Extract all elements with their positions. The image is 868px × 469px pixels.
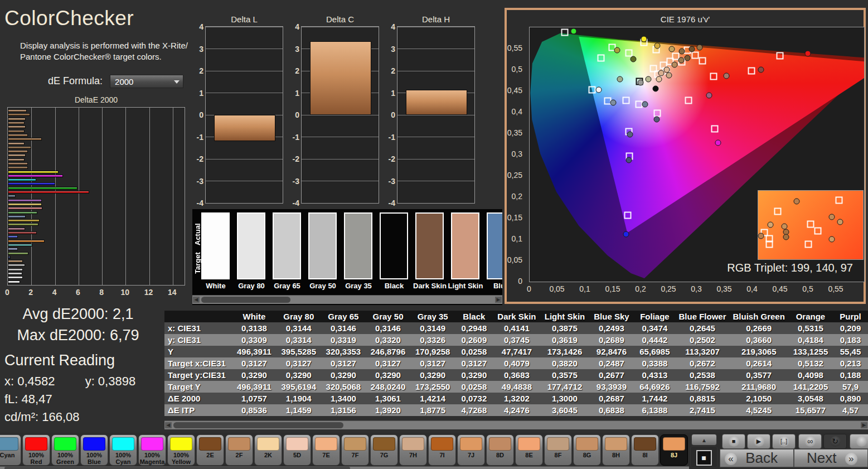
patch-label: 7J [458,452,484,458]
patch-button-2f[interactable]: 2F [225,434,253,466]
swatch-scroll-thumb[interactable] [201,297,290,303]
inset-target-square [814,227,822,234]
table-cell: 4,2476 [493,404,540,416]
back-button[interactable]: « Back [720,449,794,467]
patch-button-2k[interactable]: 2K [254,434,282,466]
table-cell: 173,2550 [410,381,455,393]
table-cell: 0,0258 [455,381,493,393]
patch-label: 8G [574,452,600,458]
table-cell: 496,3911 [232,381,277,393]
patch-button-100-green[interactable]: 100% Green [51,434,79,466]
measured-circle-marker [646,76,652,83]
scroll-left-icon[interactable]: ◀ [165,422,172,428]
patch-button-100-magenta[interactable]: 100% Magenta [138,434,166,466]
cie-x-tick: 0,4 [746,284,757,293]
table-row-label: Y [164,346,232,357]
patch-button-8j[interactable]: 8J [660,434,688,466]
scroll-right-icon[interactable]: ▶ [861,422,867,428]
bottom-scrollbar[interactable] [0,466,689,469]
table-scroll-thumb[interactable] [173,422,343,428]
patch-button-100-red[interactable]: 100% Red [22,434,50,466]
measured-circle-marker [623,231,629,237]
patch-button-7j[interactable]: 7J [457,434,485,466]
max-de2000: Max dE2000: 6,79 [0,327,156,344]
table-cell: 0,2502 [676,334,730,346]
scroll-up-button[interactable]: ▲ [691,434,717,446]
patch-button-8e[interactable]: 8E [515,434,543,466]
table-cell: 0,3290 [366,369,410,381]
patch-button-7e[interactable]: 7E [312,434,340,466]
de-formula-dropdown[interactable]: 2000 [110,75,183,88]
measured-circle-marker [631,56,637,62]
table-cell: 0,3127 [410,357,455,369]
patch-button-8h[interactable]: 8H [602,434,630,466]
refresh-button[interactable]: ↻ [823,434,847,449]
current-reading-title: Current Reading [4,352,115,369]
de-formula-value: 2000 [115,77,133,86]
square-pattern-icon: ■ [696,450,712,466]
cie-x-tick: 0,35 [716,284,731,293]
table-col-header: Blue Sky [589,311,634,322]
patch-button-100-yellow[interactable]: 100% Yellow [167,434,195,466]
measured-circle-marker [610,99,617,105]
delta-chart-delta-c: Delta C43210-1-2-3-4 [301,26,379,204]
inset-target-square [835,197,842,204]
patch-label: 7F [342,452,368,458]
swatch-scrollbar[interactable]: ◀ ▶ [192,295,502,304]
patch-label: 8H [603,452,629,458]
patch-button-cyan[interactable]: Cyan [0,434,21,466]
deltae-bar [8,211,37,214]
next-button[interactable]: Next » [794,449,868,467]
stop-button[interactable]: ■ [722,434,745,449]
table-cell: 0,3309 [232,334,277,346]
table-row-label: Target x:CIE31 [164,357,232,369]
swatch-label: Gray 65 [267,282,307,290]
bottom-scroll-thumb[interactable] [4,467,350,469]
play-button[interactable]: ▶ [747,434,770,449]
table-cell: 0,4141 [493,322,540,334]
deltae-bar [8,125,26,128]
patch-label: 8I [632,452,658,458]
patch-button-7g[interactable]: 7G [370,434,398,466]
scroll-left-icon[interactable]: ◀ [193,297,200,303]
patch-button-7h[interactable]: 7H [399,434,427,466]
patch-button-100-cyan[interactable]: 100% Cyan [109,434,137,466]
table-cell: 0,3319 [321,334,366,346]
deltae-bar [8,228,25,230]
table-scrollbar[interactable]: ◀ ▶ [164,420,868,429]
color-swatch [415,212,444,279]
extra-round-button[interactable] [850,434,868,449]
swatch-label: Light Skin [445,282,486,290]
continuous-measure-button[interactable]: ∞ [798,434,822,449]
single-measure-button[interactable]: [‥] [772,434,796,449]
patch-button-8g[interactable]: 8G [573,434,601,466]
table-cell: 211,9680 [730,381,788,393]
patch-label: 7H [400,452,426,458]
play-icon: ▶ [754,436,764,447]
delta-y-tick: -2 [389,154,395,163]
patch-label: 8J [661,452,687,458]
measured-circle-marker [614,47,620,54]
cie-y-tick: 0,1 [512,234,522,243]
display-pattern-button[interactable]: ■ [690,446,717,468]
patch-button-8d[interactable]: 8D [486,434,514,466]
patch-button-2e[interactable]: 2E [196,434,224,466]
delta-y-tick: -1 [389,133,395,142]
scroll-right-icon[interactable]: ▶ [495,297,502,303]
table-cell: 0,3660 [730,334,788,346]
patch-button-100-blue[interactable]: 100% Blue [80,434,108,466]
patch-button-7i[interactable]: 7I [428,434,456,466]
deltae-bar [8,199,42,202]
patch-button-5d[interactable]: 5D [283,434,311,466]
patch-button-7f[interactable]: 7F [341,434,369,466]
table-col-header: Orange [788,311,833,322]
measured-circle-marker [653,86,659,92]
patch-button-8f[interactable]: 8F [544,434,572,466]
inset-measured-circle [768,221,774,228]
table-cell: 0,2672 [676,357,730,369]
table-cell: 0,3388 [634,357,675,369]
patch-button-8i[interactable]: 8I [631,434,659,466]
deltae-bar [8,130,25,133]
table-row: x: CIE310,31380,31440,31460,31460,31490,… [164,322,868,334]
delta-y-tick: 4 [295,22,299,31]
